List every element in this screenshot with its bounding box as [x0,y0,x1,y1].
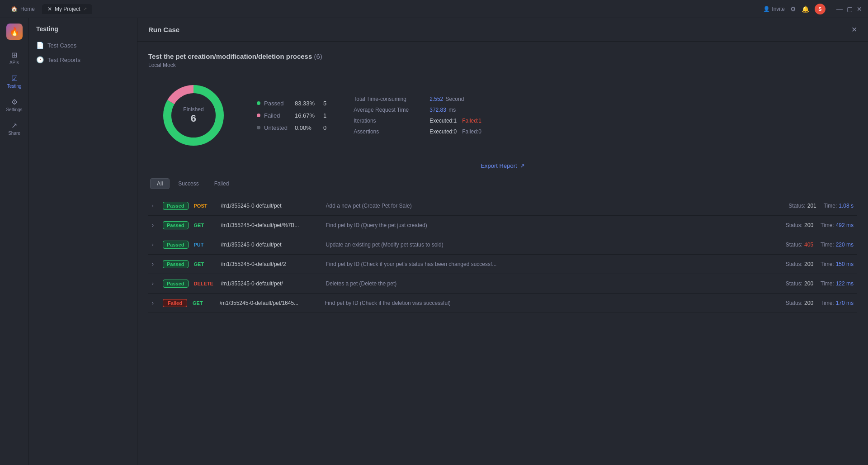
expand-arrow-icon: › [152,261,157,267]
result-meta: Status: 200 Time: 492 ms [786,222,854,228]
export-report-button[interactable]: Export Report ↗ [481,162,524,169]
legend-untested: Untested 0.00% 0 [257,124,326,131]
results-list: › Passed POST /m1/355245-0-default/pet A… [148,196,857,313]
result-description: Update an existing pet (Modify pet statu… [326,242,780,248]
result-row[interactable]: › Passed GET /m1/355245-0-default/pet/%7… [148,216,857,235]
icon-sidebar: 🔥 ⊞ APIs ☑ Testing ⚙ Settings ↗ Share [0,18,29,465]
nav-item-test-reports[interactable]: 🕐 Test Reports [29,52,137,67]
result-path: /m1/355245-0-default/pet/2 [221,261,321,267]
result-row[interactable]: › Passed DELETE /m1/355245-0-default/pet… [148,274,857,294]
status-badge: Passed [163,260,189,268]
result-meta: Status: 200 Time: 122 ms [786,280,854,287]
result-path: /m1/355245-0-default/pet/%7B... [221,222,321,228]
status-code: 200 [804,222,813,228]
invite-button[interactable]: 👤 Invite [763,6,785,12]
result-row[interactable]: › Passed PUT /m1/355245-0-default/pet Up… [148,235,857,255]
method-badge: GET [193,300,214,306]
method-badge: GET [194,223,216,228]
expand-arrow-icon: › [152,242,157,248]
tab-home[interactable]: 🏠 Home [5,4,40,14]
legend-passed: Passed 83.33% 5 [257,100,326,107]
test-reports-icon: 🕐 [36,56,44,63]
home-icon: 🏠 [11,6,18,12]
modal-title: Run Case [148,26,179,33]
result-description: Find pet by ID (Check if the deletion wa… [325,300,780,306]
modal-close-button[interactable]: ✕ [851,25,857,34]
result-row[interactable]: › Failed GET /m1/355245-0-default/pet/16… [148,294,857,313]
modal-header: Run Case ✕ [137,18,868,42]
filter-tab-success[interactable]: Success [171,178,205,189]
test-cases-icon: 📄 [36,42,44,49]
time-value: 150 ms [836,261,854,267]
total-time-stat: Total Time-consuming 2.552 Second [354,96,481,102]
window-controls: — ▢ ✕ [836,6,863,12]
invite-icon: 👤 [763,6,770,12]
result-row[interactable]: › Passed POST /m1/355245-0-default/pet A… [148,196,857,216]
time-stats: Total Time-consuming 2.552 Second Averag… [354,96,481,135]
result-path: /m1/355245-0-default/pet/1645... [220,300,319,306]
filter-tabs: All Success Failed [148,178,857,189]
avatar[interactable]: S [815,4,826,14]
status-label: Status: [786,222,802,228]
app-logo: 🔥 [6,24,23,40]
method-badge: PUT [194,242,216,247]
method-badge: POST [194,203,216,209]
result-meta: Status: 405 Time: 220 ms [786,242,854,248]
time-label: Time: [821,222,834,228]
minimize-button[interactable]: — [836,6,843,12]
tab-my-project[interactable]: ✕ My Project ↗ [42,4,92,14]
sidebar-item-share[interactable]: ↗ Share [3,118,26,139]
content-area: Run Case ✕ Test the pet creation/modific… [137,18,868,465]
result-path: /m1/355245-0-default/pet [221,242,321,248]
time-value: 1.08 s [839,203,854,209]
close-button[interactable]: ✕ [856,6,863,12]
assertions-stat: Assertions Executed:0 Failed:0 [354,128,481,135]
status-code: 201 [807,203,816,209]
nav-item-test-cases[interactable]: 📄 Test Cases [29,38,137,52]
chart-legend: Passed 83.33% 5 Failed 16.67% 1 Un [257,100,326,131]
share-icon: ↗ [11,121,17,130]
status-badge: Passed [163,241,189,249]
status-badge: Passed [163,221,189,229]
settings-icon[interactable]: ⚙ [790,5,796,13]
status-label: Status: [786,280,802,287]
sidebar-item-apis[interactable]: ⊞ APIs [3,47,26,69]
run-case-panel: Run Case ✕ Test the pet creation/modific… [137,18,868,465]
method-badge: DELETE [194,281,216,286]
result-meta: Status: 200 Time: 170 ms [786,300,854,306]
result-description: Add a new pet (Create Pet for Sale) [326,203,783,209]
status-label: Status: [786,242,802,248]
donut-chart: Finished 6 [157,79,230,152]
external-link-icon: ↗ [520,162,525,169]
legend-failed: Failed 16.67% 1 [257,112,326,119]
filter-tab-failed[interactable]: Failed [208,178,236,189]
status-label: Status: [786,261,802,267]
filter-tab-all[interactable]: All [150,178,170,189]
result-description: Find pet by ID (Check if your pet's stat… [326,261,780,267]
status-label: Status: [788,203,805,209]
method-badge: GET [194,261,216,267]
settings-icon: ⚙ [11,98,18,106]
modal-body[interactable]: Test the pet creation/modification/delet… [137,42,868,465]
result-row[interactable]: › Passed GET /m1/355245-0-default/pet/2 … [148,255,857,274]
notification-icon[interactable]: 🔔 [802,5,809,13]
testing-icon: ☑ [11,74,18,83]
tab-close-icon[interactable]: ↗ [83,6,87,11]
time-value: 122 ms [836,280,854,287]
test-case-name: Test the pet creation/modification/delet… [148,52,857,60]
main-layout: 🔥 ⊞ APIs ☑ Testing ⚙ Settings ↗ Share Te… [0,18,868,465]
result-meta: Status: 201 Time: 1.08 s [788,203,854,209]
result-path: /m1/355245-0-default/pet [221,203,321,209]
sidebar-item-settings[interactable]: ⚙ Settings [3,94,26,116]
title-bar-actions: 👤 Invite ⚙ 🔔 S — ▢ ✕ [763,4,863,14]
failed-dot [257,114,260,117]
stats-section: Finished 6 Passed 83.33% 5 [148,79,857,152]
title-bar: 🏠 Home ✕ My Project ↗ 👤 Invite ⚙ 🔔 S — ▢… [0,0,868,18]
result-meta: Status: 200 Time: 150 ms [786,261,854,267]
sidebar-item-testing[interactable]: ☑ Testing [3,71,26,92]
iterations-stat: Iterations Executed:1 Failed:1 [354,118,481,124]
avg-request-stat: Average Request Time 372.83 ms [354,107,481,113]
maximize-button[interactable]: ▢ [846,6,853,12]
apis-icon: ⊞ [11,51,17,59]
status-badge: Passed [163,202,189,210]
